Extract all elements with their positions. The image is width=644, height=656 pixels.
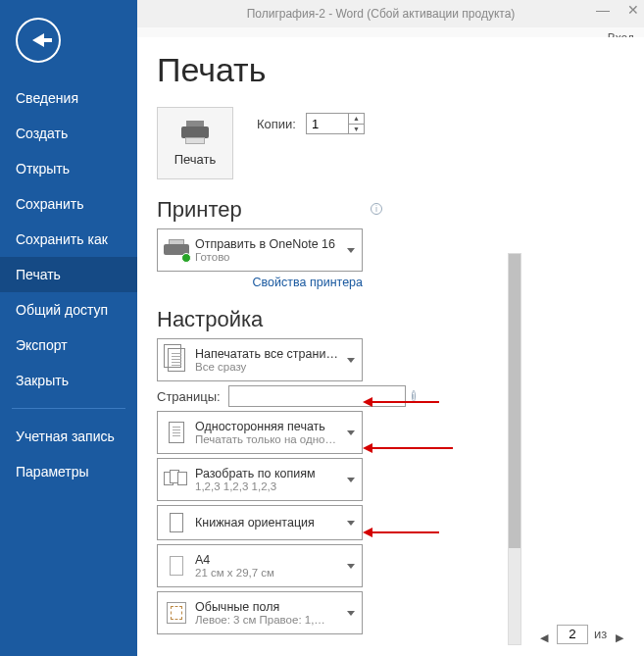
annotation-arrow — [371, 531, 439, 533]
printer-section-heading: Принтер i — [157, 197, 518, 223]
chevron-down-icon — [340, 564, 362, 569]
sidebar-item-save[interactable]: Сохранить — [0, 186, 137, 222]
sidebar-separator — [12, 408, 125, 409]
spin-up-icon[interactable]: ▲ — [349, 114, 364, 125]
annotation-arrow — [371, 401, 439, 403]
current-page-input[interactable] — [557, 625, 588, 644]
margins-icon — [167, 602, 186, 624]
sidebar-item-options[interactable]: Параметры — [0, 454, 137, 489]
document-title: Полиграфия-2 - Word (Сбой активации прод… — [186, 7, 575, 21]
printer-ready-icon — [164, 239, 189, 261]
page-navigator: ◀ из ▶ — [537, 624, 626, 644]
print-range-dropdown[interactable]: Напечатать все страницы Все сразу — [157, 338, 363, 381]
printer-dropdown[interactable]: Отправить в OneNote 16 Готово — [157, 228, 363, 272]
page-title: Печать — [157, 51, 624, 89]
next-page-button[interactable]: ▶ — [613, 631, 626, 644]
arrow-left-icon — [32, 33, 44, 47]
copies-input[interactable] — [306, 113, 349, 134]
portrait-icon — [170, 513, 183, 532]
settings-section-heading: Настройка — [157, 307, 518, 332]
sidebar-item-share[interactable]: Общий доступ — [0, 292, 137, 328]
chevron-down-icon — [340, 248, 362, 253]
copies-spinner[interactable]: ▲ ▼ — [306, 113, 365, 134]
scrollbar-thumb[interactable] — [509, 254, 520, 548]
orientation-dropdown[interactable]: Книжная ориентация — [157, 505, 363, 540]
sidebar-item-close[interactable]: Закрыть — [0, 363, 137, 398]
back-button[interactable] — [16, 18, 61, 63]
sidebar-item-new[interactable]: Создать — [0, 116, 137, 151]
prev-page-button[interactable]: ◀ — [537, 631, 551, 644]
print-button-label: Печать — [174, 152, 217, 167]
minimize-icon[interactable]: — — [596, 2, 610, 18]
collate-dropdown[interactable]: Разобрать по копиям 1,2,3 1,2,3 1,2,3 — [157, 458, 363, 501]
chevron-down-icon — [340, 611, 362, 616]
sidebar-item-print[interactable]: Печать — [0, 257, 137, 292]
pages-label: Страницы: — [157, 389, 221, 404]
spin-down-icon[interactable]: ▼ — [349, 125, 364, 134]
chevron-down-icon — [340, 430, 362, 435]
chevron-down-icon — [340, 478, 362, 482]
close-icon[interactable]: ✕ — [627, 2, 639, 18]
sidebar-item-saveas[interactable]: Сохранить как — [0, 222, 137, 257]
pages-input[interactable] — [228, 385, 406, 407]
sidebar-item-account[interactable]: Учетная запись — [0, 419, 137, 454]
copies-label: Копии: — [257, 117, 296, 131]
print-panel: Печать Печать Копии: ▲ ▼ Принтер i — [137, 37, 644, 656]
collate-icon — [164, 470, 189, 489]
chevron-down-icon — [340, 521, 362, 526]
print-button[interactable]: Печать — [157, 107, 233, 179]
annotation-arrow — [371, 447, 453, 449]
printer-icon — [181, 121, 209, 144]
sides-dropdown[interactable]: Односторонняя печать Печатать только на … — [157, 411, 363, 454]
of-label: из — [594, 627, 607, 641]
printer-properties-link[interactable]: Свойства принтера — [157, 276, 363, 289]
page-icon — [170, 556, 183, 576]
info-icon[interactable]: i — [371, 203, 382, 215]
paper-size-dropdown[interactable]: A4 21 см x 29,7 см — [157, 544, 363, 587]
settings-scrollbar[interactable] — [508, 253, 521, 645]
sidebar-item-info[interactable]: Сведения — [0, 80, 137, 116]
sidebar-item-export[interactable]: Экспорт — [0, 328, 137, 363]
margins-dropdown[interactable]: Обычные поля Левое: 3 см Правое: 1,… — [157, 591, 363, 634]
backstage-sidebar: Сведения Создать Открыть Сохранить Сохра… — [0, 0, 137, 656]
single-side-icon — [169, 422, 184, 443]
sidebar-item-open[interactable]: Открыть — [0, 151, 137, 186]
chevron-down-icon — [340, 358, 362, 363]
